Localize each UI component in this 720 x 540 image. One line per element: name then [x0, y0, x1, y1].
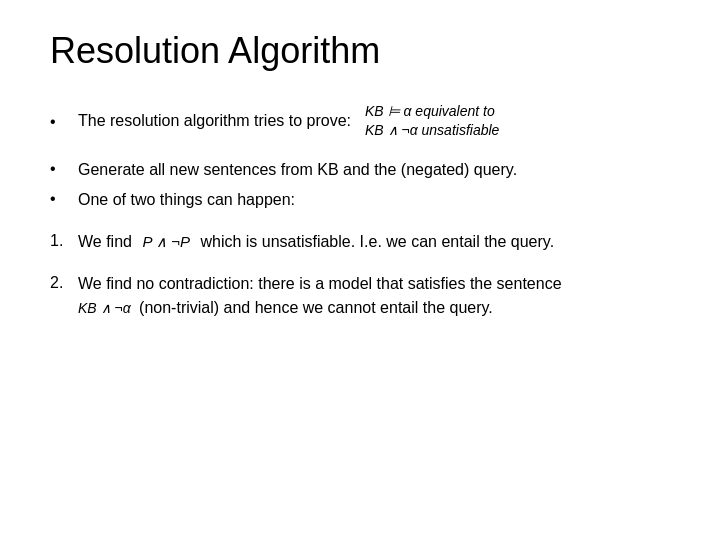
- bullet2-text: Generate all new sentences from KB and t…: [78, 158, 517, 182]
- bullet-dot-3: •: [50, 188, 78, 208]
- kb-formula-line1: KB ⊨ α equivalent to: [365, 102, 499, 121]
- bullet1-text: The resolution algorithm tries to prove:: [78, 109, 351, 133]
- slide: Resolution Algorithm • The resolution al…: [0, 0, 720, 540]
- numbered2-formula: KB ∧ ¬α: [78, 300, 131, 316]
- bullet3-text: One of two things can happen:: [78, 188, 295, 212]
- kb-formula-block: KB ⊨ α equivalent to KB ∧ ¬α unsatisfiab…: [365, 102, 499, 140]
- bullet-item-2: • Generate all new sentences from KB and…: [50, 158, 670, 182]
- number-2: 2.: [50, 272, 78, 292]
- bullet1-content: The resolution algorithm tries to prove:…: [78, 102, 499, 140]
- numbered-item-1: 1. We find P ∧ ¬P which is unsatisfiable…: [50, 230, 670, 254]
- bullet-item-3: • One of two things can happen:: [50, 188, 670, 212]
- bullet1-formula-container: The resolution algorithm tries to prove:…: [78, 102, 499, 140]
- numbered-item-2: 2. We find no contradiction: there is a …: [50, 272, 670, 320]
- numbered1-text: We find P ∧ ¬P which is unsatisfiable. I…: [78, 230, 554, 254]
- numbered1-formula: P ∧ ¬P: [142, 233, 190, 250]
- numbered2-content: We find no contradiction: there is a mod…: [78, 272, 562, 320]
- bullet-group-2-3: • Generate all new sentences from KB and…: [50, 158, 670, 212]
- numbered1-text-after: which is unsatisfiable. I.e. we can enta…: [200, 233, 554, 250]
- numbered2-line2-after: (non-trivial) and hence we cannot entail…: [139, 299, 493, 316]
- numbered1-text-before: We find: [78, 233, 132, 250]
- numbered2-line1: We find no contradiction: there is a mod…: [78, 272, 562, 296]
- numbered2-line2: KB ∧ ¬α (non-trivial) and hence we canno…: [78, 296, 562, 320]
- bullet-dot-2: •: [50, 158, 78, 178]
- kb-formula-line2: KB ∧ ¬α unsatisfiable: [365, 121, 499, 140]
- slide-content: • The resolution algorithm tries to prov…: [50, 102, 670, 320]
- slide-title: Resolution Algorithm: [50, 30, 670, 72]
- bullet-dot-1: •: [50, 111, 78, 131]
- bullet-item-1: • The resolution algorithm tries to prov…: [50, 102, 670, 140]
- number-1: 1.: [50, 230, 78, 250]
